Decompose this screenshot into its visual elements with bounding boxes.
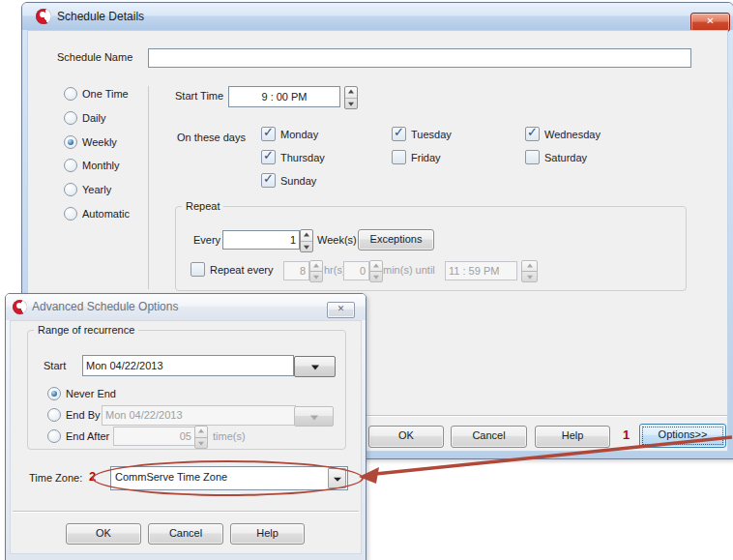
annotation-step-1: 1 bbox=[623, 427, 630, 442]
every-weeks-field[interactable]: 1 bbox=[222, 230, 300, 250]
start-date-dropdown-button[interactable] bbox=[294, 356, 336, 377]
on-these-days-label: On these days bbox=[177, 132, 246, 143]
help-button[interactable]: Help bbox=[230, 523, 305, 545]
start-time-field[interactable]: 9 : 00 PM bbox=[228, 86, 340, 107]
radio-weekly[interactable]: Weekly bbox=[64, 135, 117, 149]
checkbox-icon[interactable] bbox=[261, 173, 276, 188]
start-label: Start bbox=[44, 360, 66, 371]
spin-down-icon bbox=[522, 271, 537, 281]
radio-icon[interactable] bbox=[47, 387, 61, 400]
ok-button[interactable]: OK bbox=[66, 523, 141, 545]
exceptions-button[interactable]: Exceptions bbox=[358, 229, 434, 251]
checkbox-tuesday[interactable]: Tuesday bbox=[392, 127, 452, 141]
repeat-group-label: Repeat bbox=[182, 199, 223, 213]
repeat-every-checkbox-row[interactable]: Repeat every bbox=[191, 262, 273, 277]
radio-icon[interactable] bbox=[64, 183, 77, 196]
weeks-unit-label: Week(s) bbox=[317, 234, 357, 246]
window-title: Advanced Schedule Options bbox=[32, 294, 178, 320]
radio-icon[interactable] bbox=[47, 429, 61, 443]
end-by-dropdown-button bbox=[294, 406, 334, 427]
times-unit-label: time(s) bbox=[213, 430, 246, 442]
every-weeks-spinner[interactable] bbox=[300, 229, 313, 252]
ok-button[interactable]: OK bbox=[368, 426, 444, 448]
checkbox-label: Tuesday bbox=[411, 129, 452, 140]
checkbox-wednesday[interactable]: Wednesday bbox=[525, 127, 601, 141]
radio-label: End After bbox=[66, 430, 109, 442]
spin-down-icon bbox=[370, 271, 382, 281]
annotation-step-2: 2 bbox=[89, 469, 96, 484]
spin-up-icon bbox=[195, 427, 207, 437]
checkbox-thursday[interactable]: Thursday bbox=[261, 150, 325, 164]
spin-down-icon[interactable] bbox=[345, 98, 357, 109]
radio-automatic[interactable]: Automatic bbox=[64, 207, 130, 221]
start-date-field[interactable]: Mon 04/22/2013 bbox=[82, 355, 294, 376]
spin-up-icon[interactable] bbox=[345, 87, 357, 98]
time-zone-value: CommServe Time Zone bbox=[115, 467, 328, 487]
spin-down-icon bbox=[310, 271, 322, 281]
spin-up-icon bbox=[310, 261, 322, 271]
help-button[interactable]: Help bbox=[535, 426, 610, 448]
checkbox-icon[interactable] bbox=[261, 127, 276, 141]
range-group-label: Range of recurrence bbox=[34, 323, 138, 337]
repeat-until-spinner bbox=[521, 260, 538, 282]
radio-label: Automatic bbox=[82, 208, 130, 220]
checkbox-friday[interactable]: Friday bbox=[392, 150, 441, 164]
repeat-hours-field: 8 bbox=[283, 261, 309, 280]
radio-end-by[interactable]: End By bbox=[47, 408, 100, 422]
radio-label: Yearly bbox=[82, 184, 111, 195]
combo-dropdown-icon[interactable] bbox=[328, 468, 346, 488]
minutes-until-label: min(s) until bbox=[383, 264, 435, 276]
checkbox-label: Wednesday bbox=[544, 129, 601, 140]
end-after-times-field: 05 bbox=[113, 427, 195, 446]
spin-up-icon bbox=[522, 261, 537, 271]
cancel-button[interactable]: Cancel bbox=[451, 426, 527, 448]
schedule-name-label: Schedule Name bbox=[57, 51, 132, 63]
every-label: Every bbox=[193, 234, 220, 246]
start-time-label: Start Time bbox=[175, 90, 223, 102]
radio-icon[interactable] bbox=[64, 111, 77, 125]
advanced-schedule-options-window: Advanced Schedule Options ✕ Range of rec… bbox=[5, 293, 366, 560]
checkbox-icon[interactable] bbox=[261, 150, 276, 164]
radio-monthly[interactable]: Monthly bbox=[64, 159, 120, 172]
checkbox-icon[interactable] bbox=[392, 127, 406, 141]
radio-end-after[interactable]: End After bbox=[47, 429, 109, 443]
radio-icon[interactable] bbox=[64, 135, 77, 149]
spin-down-icon bbox=[195, 437, 207, 449]
checkbox-icon[interactable] bbox=[525, 150, 540, 164]
checkbox-icon[interactable] bbox=[392, 150, 406, 164]
radio-never-end[interactable]: Never End bbox=[47, 387, 116, 400]
repeat-groupbox: Repeat Every 1 Week(s) Exceptions Repeat… bbox=[175, 206, 687, 291]
close-button[interactable]: ✕ bbox=[327, 302, 355, 318]
section-divider bbox=[148, 86, 149, 289]
time-zone-label: Time Zone: bbox=[29, 472, 82, 484]
end-after-spinner bbox=[194, 426, 208, 449]
radio-icon[interactable] bbox=[64, 207, 77, 221]
spin-up-icon[interactable] bbox=[301, 230, 312, 241]
spin-down-icon[interactable] bbox=[301, 241, 312, 252]
schedule-details-titlebar: Schedule Details bbox=[22, 3, 733, 30]
checkbox-label: Thursday bbox=[280, 152, 325, 163]
start-time-spinner[interactable] bbox=[344, 86, 358, 109]
cancel-button[interactable]: Cancel bbox=[148, 523, 223, 545]
radio-icon[interactable] bbox=[64, 159, 77, 172]
footer-separator bbox=[13, 511, 359, 513]
radio-icon[interactable] bbox=[47, 408, 61, 422]
checkbox-monday[interactable]: Monday bbox=[261, 127, 318, 141]
checkbox-sunday[interactable]: Sunday bbox=[261, 173, 316, 188]
repeat-every-label: Repeat every bbox=[210, 264, 273, 276]
time-zone-combobox[interactable]: CommServe Time Zone bbox=[110, 466, 348, 490]
window-title: Schedule Details bbox=[57, 3, 144, 30]
options-button[interactable]: Options>> bbox=[639, 424, 726, 448]
radio-daily[interactable]: Daily bbox=[64, 111, 105, 125]
radio-label: One Time bbox=[82, 88, 129, 100]
radio-label: End By bbox=[66, 409, 100, 421]
radio-one-time[interactable]: One Time bbox=[64, 87, 129, 101]
checkbox-saturday[interactable]: Saturday bbox=[525, 150, 587, 164]
checkbox-icon[interactable] bbox=[191, 262, 205, 277]
radio-icon[interactable] bbox=[64, 87, 77, 101]
checkbox-label: Saturday bbox=[544, 152, 587, 163]
schedule-name-input[interactable] bbox=[148, 48, 691, 68]
radio-yearly[interactable]: Yearly bbox=[64, 183, 111, 196]
checkbox-icon[interactable] bbox=[525, 127, 540, 141]
close-button[interactable]: ✕ bbox=[690, 13, 730, 32]
